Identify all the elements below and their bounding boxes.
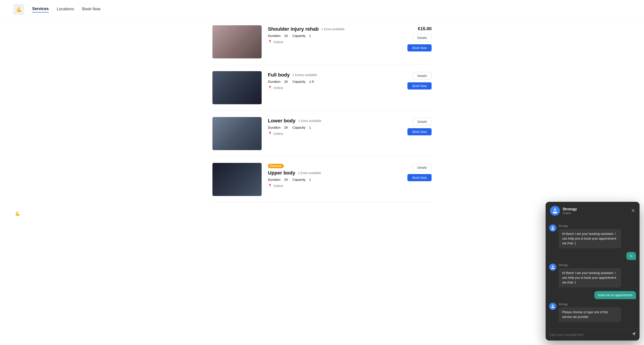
location-pin-icon: 📍 (268, 40, 272, 44)
service-item: Shoulder injury rehab 1 Extra available … (212, 19, 432, 65)
capacity-value: 1-5 (309, 80, 314, 84)
service-extras: 1 Extra available (298, 171, 321, 175)
svg-text:💪: 💪 (15, 211, 20, 216)
book-button[interactable]: Book Now (408, 174, 432, 181)
details-button[interactable]: Details (412, 72, 432, 80)
service-meta: Duration 2h Capacity 1 (268, 178, 401, 181)
capacity-label: Capacity (292, 178, 306, 181)
capacity-label: Capacity (292, 80, 306, 84)
location-pin-icon: 📍 (268, 132, 272, 136)
location-text: Online (274, 184, 283, 188)
svg-point-6 (556, 209, 556, 210)
service-extras: 2 Extras available (292, 73, 317, 77)
service-actions: Details Book Now (408, 117, 432, 135)
service-info: Shoulder injury rehab 1 Extra available … (268, 25, 401, 44)
details-button[interactable]: Details (412, 118, 432, 126)
service-extras: 1 Extra available (298, 119, 321, 123)
capacity-label: Capacity (292, 126, 306, 129)
chat-messages: Strongy Hi there! I am your booking assi… (546, 220, 640, 224)
service-image (212, 25, 262, 58)
svg-text:💪: 💪 (16, 7, 22, 12)
duration-label: Duration (268, 126, 281, 129)
service-item: Lower body 1 Extra available Duration 2h… (212, 111, 432, 157)
services-list: Shoulder injury rehab 1 Extra available … (199, 19, 445, 202)
capacity-value: 1 (309, 178, 311, 181)
nav-locations[interactable]: Locations (57, 7, 74, 12)
service-title-row: Shoulder injury rehab 1 Extra available (268, 26, 401, 32)
duration-value: 1h (284, 34, 288, 38)
chat-bot-name: Strongy (562, 207, 631, 211)
service-title: Upper body (268, 170, 295, 176)
nav-services[interactable]: Services (32, 7, 49, 13)
details-button[interactable]: Details (412, 34, 432, 42)
svg-rect-4 (553, 212, 557, 213)
service-title: Full body (268, 72, 290, 78)
logo: 💪 (14, 4, 24, 15)
navbar: 💪 Services Locations Book Now (0, 0, 644, 19)
service-meta: Duration 2h Capacity 1 (268, 126, 401, 129)
service-image (212, 71, 262, 104)
service-actions: Details Book Now (408, 71, 432, 90)
duration-label: Duration (268, 80, 281, 84)
capacity-value: 1 (309, 126, 311, 129)
details-button[interactable]: Details (412, 164, 432, 171)
duration-label: Duration (268, 178, 281, 181)
chat-widget: Strongy Online ✕ Strongy Hi there! I am … (546, 202, 640, 224)
service-item: Full body 2 Extras available Duration 2h… (212, 65, 432, 111)
service-extras: 1 Extra available (321, 27, 344, 31)
svg-point-5 (554, 209, 554, 210)
location-pin-icon: 📍 (268, 86, 272, 90)
service-meta: Duration 2h Capacity 1-5 (268, 80, 401, 84)
location-text: Online (274, 132, 283, 136)
svg-rect-7 (554, 211, 556, 211)
service-price: €15.00 (418, 26, 432, 31)
duration-label: Duration (268, 34, 281, 38)
duration-value: 2h (284, 178, 288, 181)
duration-value: 2h (284, 80, 288, 84)
duration-value: 2h (284, 126, 288, 129)
chat-header: Strongy Online ✕ (546, 202, 640, 220)
chat-status: Online (562, 211, 631, 215)
service-info: Full body 2 Extras available Duration 2h… (268, 71, 401, 90)
premium-badge: Premium (268, 164, 284, 168)
chat-header-info: Strongy Online (562, 207, 631, 215)
service-location: 📍 Online (268, 86, 401, 90)
book-button[interactable]: Book Now (408, 128, 432, 135)
capacity-label: Capacity (292, 34, 306, 38)
service-location: 📍 Online (268, 132, 401, 136)
book-button[interactable]: Book Now (408, 82, 432, 90)
service-meta: Duration 1h Capacity 1 (268, 34, 401, 38)
service-item: Premium Upper body 1 Extra available Dur… (212, 157, 432, 202)
service-actions: Details Book Now (408, 163, 432, 181)
service-title-row: Upper body 1 Extra available (268, 170, 401, 176)
service-location: 📍 Online (268, 184, 401, 188)
nav-book-now[interactable]: Book Now (82, 7, 100, 12)
service-actions: €15.00 Details Book Now (408, 25, 432, 52)
location-text: Online (274, 86, 283, 90)
service-info: Lower body 1 Extra available Duration 2h… (268, 117, 401, 136)
service-title: Shoulder injury rehab (268, 26, 319, 32)
service-title: Lower body (268, 118, 296, 124)
service-image (212, 163, 262, 196)
book-button[interactable]: Book Now (408, 44, 432, 52)
nav-links: Services Locations Book Now (32, 7, 100, 13)
chat-close-button[interactable]: ✕ (631, 208, 635, 213)
bot-avatar (550, 206, 560, 216)
capacity-value: 1 (309, 34, 311, 38)
location-pin-icon: 📍 (268, 184, 272, 188)
service-title-row: Lower body 1 Extra available (268, 118, 401, 124)
service-image (212, 117, 262, 150)
service-location: 📍 Online (268, 40, 401, 44)
service-info: Premium Upper body 1 Extra available Dur… (268, 163, 401, 188)
service-title-row: Premium (268, 164, 401, 168)
location-text: Online (274, 40, 283, 44)
service-title-row: Full body 2 Extras available (268, 72, 401, 78)
